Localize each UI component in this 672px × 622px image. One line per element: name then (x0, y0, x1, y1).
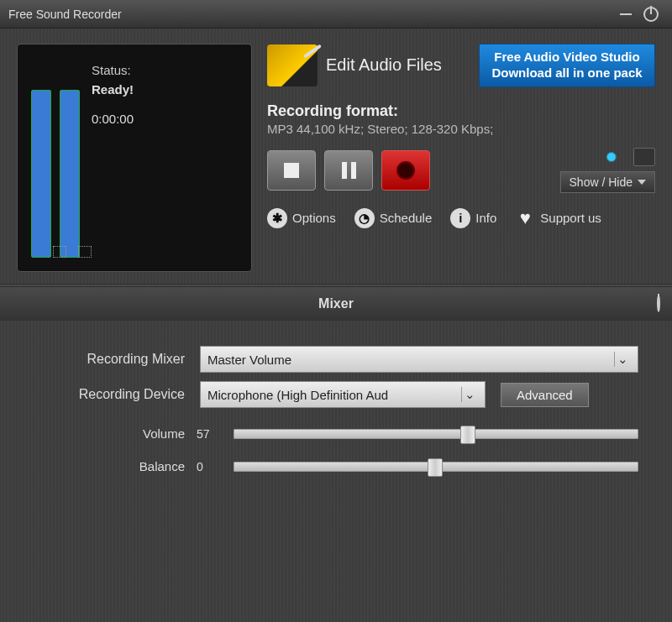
level-meter-right (60, 90, 80, 258)
mixer-header: Mixer (0, 287, 672, 321)
power-button[interactable] (638, 6, 664, 23)
pause-button[interactable] (324, 150, 373, 191)
balance-slider[interactable] (234, 462, 638, 472)
clock-icon: ◔ (354, 208, 375, 228)
promo-line1: Free Audio Video Studio (483, 50, 651, 65)
options-link[interactable]: ✱Options (267, 208, 336, 228)
minimize-button[interactable] (613, 6, 638, 23)
edit-audio-icon (267, 44, 318, 86)
meter-marker-icon (78, 246, 92, 258)
support-link[interactable]: ♥Support us (515, 208, 601, 228)
stop-button[interactable] (267, 150, 316, 191)
show-hide-toggle[interactable]: Show / Hide (560, 171, 655, 193)
recording-mixer-label: Recording Mixer (50, 352, 185, 367)
format-detail: MP3 44,100 kHz; Stereo; 128-320 Kbps; (267, 122, 655, 136)
power-icon (643, 7, 659, 22)
promo-banner[interactable]: Free Audio Video Studio Download all in … (479, 44, 655, 87)
edit-audio-link[interactable]: Edit Audio Files (326, 55, 470, 75)
advanced-button[interactable]: Advanced (501, 383, 589, 407)
slider-thumb[interactable] (460, 426, 475, 444)
info-link[interactable]: iInfo (450, 208, 496, 228)
record-button[interactable] (381, 150, 430, 191)
record-icon (396, 161, 415, 180)
balance-value: 0 (197, 460, 222, 473)
format-title: Recording format: (267, 102, 655, 120)
elapsed-time: 0:00:00 (92, 112, 134, 126)
recording-mixer-select[interactable]: Master Volume ⌄ (200, 346, 638, 373)
app-title: Free Sound Recorder (8, 8, 613, 21)
info-icon: i (450, 208, 470, 228)
titlebar: Free Sound Recorder (0, 0, 672, 29)
meter-marker-icon (53, 246, 66, 258)
balance-label: Balance (50, 459, 185, 473)
status-label: Status: (92, 63, 134, 77)
mixer-title: Mixer (318, 296, 354, 311)
show-hide-label: Show / Hide (570, 175, 633, 189)
level-meter-left (31, 90, 51, 258)
gear-icon: ✱ (267, 208, 287, 228)
volume-value: 57 (197, 427, 222, 441)
playlist-icon[interactable] (633, 148, 655, 166)
recording-mixer-value: Master Volume (207, 353, 291, 367)
recording-device-select[interactable]: Microphone (High Definition Aud ⌄ (200, 381, 486, 408)
speaker-icon[interactable] (605, 148, 627, 166)
volume-slider[interactable] (234, 429, 638, 439)
minimize-icon (620, 13, 632, 15)
pause-icon (342, 162, 356, 179)
heart-icon: ♥ (515, 208, 535, 228)
promo-line2: Download all in one pack (483, 65, 651, 81)
schedule-link[interactable]: ◔Schedule (354, 208, 433, 228)
volume-label: Volume (50, 426, 185, 441)
chevron-down-icon (638, 180, 646, 185)
status-value: Ready! (92, 82, 134, 97)
slider-thumb[interactable] (428, 458, 443, 477)
chevron-down-icon: ⌄ (614, 352, 631, 367)
chevron-down-icon: ⌄ (461, 387, 478, 402)
level-meter-panel: Status: Ready! 0:00:00 (17, 44, 252, 272)
stop-icon (284, 163, 299, 178)
recording-device-value: Microphone (High Definition Aud (207, 388, 388, 402)
mixer-power-button[interactable] (657, 296, 660, 311)
power-icon (657, 295, 660, 312)
recording-device-label: Recording Device (50, 387, 185, 402)
